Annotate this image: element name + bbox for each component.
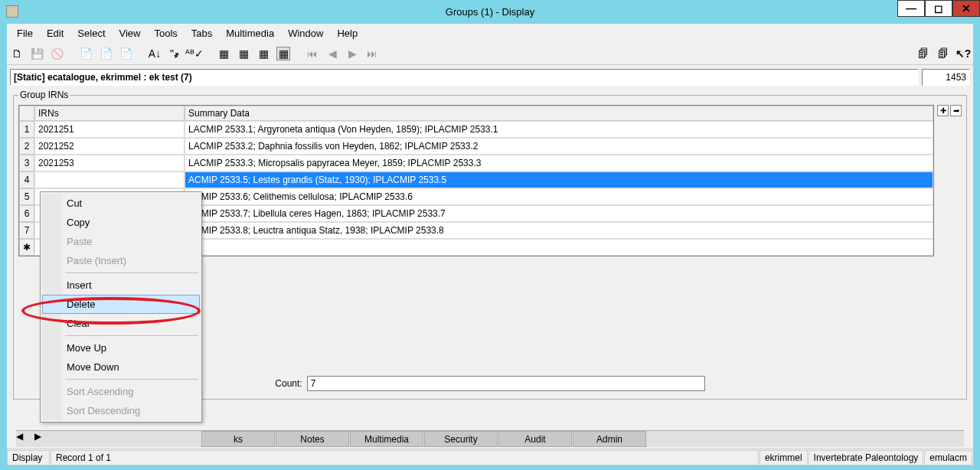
grid2-icon[interactable]: ▦ [237,47,250,60]
status-server: emulacm [924,450,972,465]
row-number[interactable]: 4 [19,171,34,188]
count-label: Count: [275,378,302,389]
menu-tools[interactable]: Tools [147,28,184,39]
doc2-icon[interactable]: 📄 [99,47,113,60]
row-number[interactable]: 1 [19,121,34,138]
status-mode: Display [7,450,50,465]
group-irns-legend: Group IRNs [18,90,70,100]
cell-summary[interactable] [185,239,933,256]
close-button[interactable]: ✕ [952,0,980,17]
save-icon[interactable]: 💾 [30,47,44,60]
cell-irn[interactable]: 2021252 [34,138,185,155]
cell-irn[interactable]: 2021253 [34,155,185,171]
context-item-move-up[interactable]: Move Up [42,338,200,357]
attach-record-icon[interactable]: ✚ [937,105,949,116]
toolbar: 🗋 💾 🚫 📄 📄 📄 A↓ "҂ ᴬᴮ✓ ▦ ▦ ▦ ▦ ⏮ ◀ ▶ ⏭ 🗐 … [7,42,973,65]
cancel-icon[interactable]: 🚫 [50,47,64,60]
row-number[interactable]: 2 [19,138,34,155]
help-icon[interactable]: ↖? [956,47,970,60]
status-user: ekrimmel [760,450,808,465]
spell-icon[interactable]: ᴬᴮ✓ [188,47,201,60]
menu-help[interactable]: Help [330,28,364,39]
cell-irn[interactable] [34,171,185,188]
open-record-icon[interactable]: ➡ [950,105,962,116]
grid1-icon[interactable]: ▦ [217,47,230,60]
cell-summary[interactable]: LACMIP 2533.1; Argyroneta antiqua (Von H… [185,121,933,138]
minimize-button[interactable]: — [897,0,925,17]
context-item-paste-insert-: Paste (Insert) [42,251,200,270]
cell-summary[interactable]: ACMIP 2533.6; Celithemis cellulosa; IPLA… [185,188,933,205]
context-item-sort-descending: Sort Descending [42,401,200,420]
menu-window[interactable]: Window [281,28,330,39]
status-collection: Invertebrate Paleontology [808,450,924,465]
sort-az-icon[interactable]: A↓ [148,47,162,60]
first-icon[interactable]: ⏮ [305,47,319,60]
title-bar: Groups (1) - Display — ◻ ✕ [0,0,980,23]
table-row[interactable]: 12021251LACMIP 2533.1; Argyroneta antiqu… [19,121,933,138]
row-number[interactable]: 7 [19,222,34,239]
context-item-delete[interactable]: Delete [42,295,200,314]
tabs-scroll-right[interactable]: ▶ [34,431,53,447]
attach2-icon[interactable]: 🗐 [936,47,950,60]
header-irn[interactable]: IRNs [34,106,185,121]
menu-edit[interactable]: Edit [40,28,70,39]
tab-ks[interactable]: ks [201,431,275,447]
cell-summary[interactable]: LACMIP 2533.3; Micropsalis papyracea Mey… [185,155,933,171]
header-summary[interactable]: Summary Data [185,106,933,121]
tabs-scroll-left[interactable]: ◀ [16,431,34,447]
tab-notes[interactable]: Notes [276,431,349,447]
prev-icon[interactable]: ◀ [325,47,339,60]
info-bar: [Static] ecatalogue, ekrimmel : ek test … [10,68,970,86]
doc3-icon[interactable]: 📄 [119,47,132,60]
ditto-icon[interactable]: "҂ [168,47,181,60]
tab-multimedia[interactable]: Multimedia [350,431,423,447]
context-separator [65,273,198,273]
context-item-paste: Paste [42,232,200,251]
status-bar: Display Record 1 of 1 ekrimmel Invertebr… [7,449,973,465]
menu-file[interactable]: File [10,28,40,39]
status-record: Record 1 of 1 [51,450,759,465]
next-icon[interactable]: ▶ [345,47,359,60]
static-group-name: [Static] ecatalogue, ekrimmel : ek test … [10,69,919,86]
context-separator [65,335,198,336]
row-number[interactable]: 3 [19,155,34,171]
menu-view[interactable]: View [113,28,148,39]
context-item-insert[interactable]: Insert [42,276,200,295]
context-separator [65,379,198,380]
row-number[interactable]: 6 [19,205,34,222]
table-row[interactable]: 32021253LACMIP 2533.3; Micropsalis papyr… [19,155,933,171]
context-item-copy[interactable]: Copy [42,213,200,232]
cell-irn[interactable]: 2021251 [34,121,185,138]
table-row[interactable]: 4ACMIP 2533.5; Lestes grandis (Statz, 19… [19,171,933,188]
attach1-icon[interactable]: 🗐 [916,47,930,60]
row-number[interactable]: ✱ [19,239,34,256]
menu-bar: File Edit Select View Tools Tabs Multime… [7,24,973,42]
row-number[interactable]: 5 [19,188,34,205]
cell-summary[interactable]: ACMIP 2533.7; Libellula ceres Hagen, 186… [185,205,933,222]
last-icon[interactable]: ⏭ [365,47,379,60]
record-number: 1453 [922,69,970,86]
context-menu: CutCopyPastePaste (Insert)InsertDeleteCl… [40,191,202,423]
maximize-button[interactable]: ◻ [925,0,952,17]
menu-multimedia[interactable]: Multimedia [219,28,281,39]
grid4-icon[interactable]: ▦ [276,47,290,60]
menu-select[interactable]: Select [70,28,112,39]
tab-audit[interactable]: Audit [498,431,572,447]
cell-summary[interactable]: ACMIP 2533.5; Lestes grandis (Statz, 193… [185,171,933,188]
doc1-icon[interactable]: 📄 [79,47,93,60]
table-row[interactable]: 22021252LACMIP 2533.2; Daphnia fossilis … [19,138,933,155]
table-header: IRNs Summary Data [19,106,933,121]
grid3-icon[interactable]: ▦ [256,47,270,60]
context-item-sort-ascending: Sort Ascending [42,382,200,401]
new-icon[interactable]: 🗋 [10,47,24,60]
menu-tabs[interactable]: Tabs [185,28,219,39]
context-item-move-down[interactable]: Move Down [42,357,200,377]
record-tabs: ◀ ▶ ks Notes Multimedia Security Audit A… [16,430,964,447]
tab-security[interactable]: Security [424,431,498,447]
context-item-clear[interactable]: Clear [42,314,200,333]
cell-summary[interactable]: LACMIP 2533.2; Daphnia fossilis von Heyd… [185,138,933,155]
tab-admin[interactable]: Admin [573,431,646,447]
cell-summary[interactable]: ACMIP 2533.8; Leuctra antiqua Statz, 193… [185,222,933,239]
count-field[interactable] [307,376,705,391]
context-item-cut[interactable]: Cut [42,194,200,213]
